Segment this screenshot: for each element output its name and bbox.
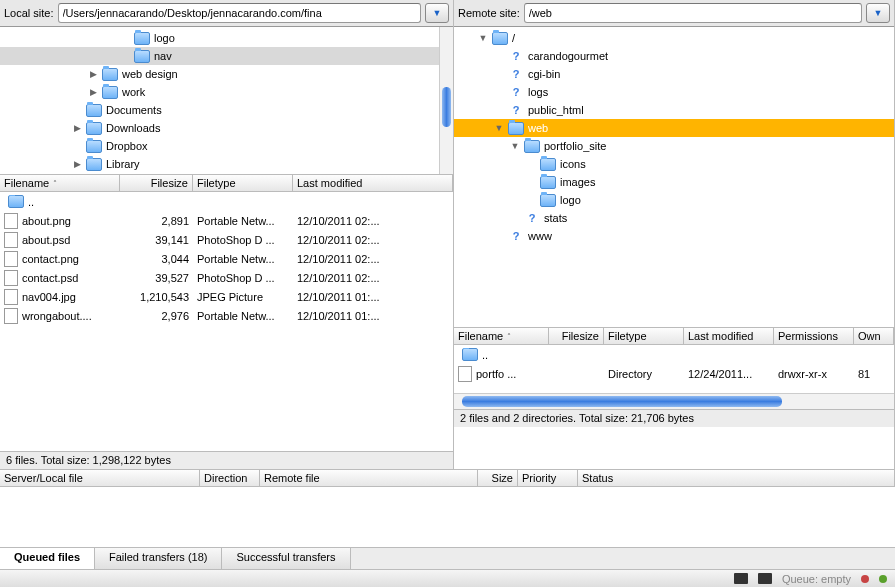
cell-name: contact.psd	[0, 270, 120, 286]
keyboard-icon	[734, 573, 748, 584]
disclosure-arrow-icon[interactable]	[72, 123, 82, 133]
tree-row[interactable]: work	[0, 83, 453, 101]
remote-file-list[interactable]: .. portfo ...Directory12/24/2011...drwxr…	[454, 345, 894, 393]
file-row[interactable]: about.psd39,141PhotoShop D ...12/10/2011…	[0, 230, 453, 249]
disclosure-arrow-icon[interactable]	[88, 87, 98, 97]
col-filename[interactable]: Filename˄	[0, 175, 120, 191]
tree-row[interactable]: logo	[454, 191, 894, 209]
file-row[interactable]: contact.psd39,527PhotoShop D ...12/10/20…	[0, 268, 453, 287]
tree-row[interactable]: ?www	[454, 227, 894, 245]
folder-icon	[540, 194, 556, 207]
remote-columns: Filename˄ Filesize Filetype Last modifie…	[454, 327, 894, 345]
col-permissions[interactable]: Permissions	[774, 328, 854, 344]
status-dot-ok	[879, 575, 887, 583]
col-filesize[interactable]: Filesize	[120, 175, 193, 191]
unknown-folder-icon: ?	[508, 228, 524, 244]
tab-failed[interactable]: Failed transfers (18)	[95, 548, 222, 569]
col-status[interactable]: Status	[578, 470, 895, 486]
tree-row[interactable]: Documents	[0, 101, 453, 119]
cell-name: portfo ...	[454, 366, 549, 382]
cell-size: 2,976	[120, 310, 193, 322]
cell-size: 39,141	[120, 234, 193, 246]
local-tree[interactable]: logonavweb designworkDocumentsDownloadsD…	[0, 27, 453, 174]
tree-row[interactable]: portfolio_site	[454, 137, 894, 155]
col-size[interactable]: Size	[478, 470, 518, 486]
unknown-folder-icon: ?	[508, 66, 524, 82]
file-row[interactable]: wrongabout....2,976Portable Netw...12/10…	[0, 306, 453, 325]
folder-icon	[134, 50, 150, 63]
tab-success[interactable]: Successful transfers	[222, 548, 350, 569]
tree-row[interactable]: web design	[0, 65, 453, 83]
disclosure-arrow-icon[interactable]	[494, 123, 504, 133]
disclosure-arrow-icon[interactable]	[72, 159, 82, 169]
file-icon	[4, 289, 18, 305]
tree-row[interactable]: web	[454, 119, 894, 137]
file-icon	[4, 270, 18, 286]
tree-row[interactable]: /	[454, 29, 894, 47]
col-filetype[interactable]: Filetype	[604, 328, 684, 344]
col-owner[interactable]: Own	[854, 328, 894, 344]
tree-row[interactable]: nav	[0, 47, 453, 65]
tree-row[interactable]: ?stats	[454, 209, 894, 227]
tree-label: /	[512, 32, 515, 44]
disclosure-arrow-icon[interactable]	[478, 33, 488, 43]
tree-row[interactable]: logo	[0, 29, 453, 47]
col-priority[interactable]: Priority	[518, 470, 578, 486]
file-row[interactable]: about.png2,891Portable Netw...12/10/2011…	[0, 211, 453, 230]
local-tree-scrollbar[interactable]	[439, 27, 453, 174]
tree-row[interactable]: ?carandogourmet	[454, 47, 894, 65]
remote-path-input[interactable]	[524, 3, 862, 23]
file-row[interactable]: nav004.jpg1,210,543JPEG Picture12/10/201…	[0, 287, 453, 306]
disclosure-arrow-icon[interactable]	[510, 141, 520, 151]
file-row[interactable]: contact.png3,044Portable Netw...12/10/20…	[0, 249, 453, 268]
tree-label: logo	[154, 32, 175, 44]
cell-name: contact.png	[0, 251, 120, 267]
col-lastmod[interactable]: Last modified	[293, 175, 453, 191]
tree-label: stats	[544, 212, 567, 224]
col-filesize[interactable]: Filesize	[549, 328, 604, 344]
transfer-queue-list[interactable]	[0, 487, 895, 547]
sort-asc-icon: ˄	[507, 332, 511, 341]
tree-label: work	[122, 86, 145, 98]
tree-label: public_html	[528, 104, 584, 116]
col-direction[interactable]: Direction	[200, 470, 260, 486]
tree-row[interactable]: images	[454, 173, 894, 191]
folder-icon	[8, 195, 24, 208]
local-path-dropdown[interactable]: ▼	[425, 3, 449, 23]
local-file-list[interactable]: .. about.png2,891Portable Netw...12/10/2…	[0, 192, 453, 451]
transfer-columns: Server/Local file Direction Remote file …	[0, 469, 895, 487]
queue-status: Queue: empty	[782, 573, 851, 585]
tree-row[interactable]: Library	[0, 155, 453, 173]
col-lastmod[interactable]: Last modified	[684, 328, 774, 344]
parent-dir-row[interactable]: ..	[0, 192, 453, 211]
status-bar: Queue: empty	[0, 569, 895, 587]
cell-name: about.png	[0, 213, 120, 229]
remote-list-hscroll[interactable]	[454, 393, 894, 409]
parent-dir-row[interactable]: ..	[454, 345, 894, 364]
remote-tree[interactable]: /?carandogourmet?cgi-bin?logs?public_htm…	[454, 27, 894, 327]
file-row[interactable]: portfo ...Directory12/24/2011...drwxr-xr…	[454, 364, 894, 383]
tree-row[interactable]: ?public_html	[454, 101, 894, 119]
col-server[interactable]: Server/Local file	[0, 470, 200, 486]
remote-path-dropdown[interactable]: ▼	[866, 3, 890, 23]
cell-mod: 12/10/2011 02:...	[293, 253, 384, 265]
file-icon	[4, 213, 18, 229]
chevron-down-icon: ▼	[874, 8, 883, 18]
local-site-bar: Local site: ▼	[0, 0, 453, 27]
col-filetype[interactable]: Filetype	[193, 175, 293, 191]
tree-row[interactable]: ?cgi-bin	[454, 65, 894, 83]
tab-queued[interactable]: Queued files	[0, 548, 95, 569]
tree-row[interactable]: Dropbox	[0, 137, 453, 155]
disclosure-arrow-icon[interactable]	[88, 69, 98, 79]
col-remote[interactable]: Remote file	[260, 470, 478, 486]
unknown-folder-icon: ?	[508, 84, 524, 100]
unknown-folder-icon: ?	[508, 48, 524, 64]
folder-icon	[86, 104, 102, 117]
chevron-down-icon: ▼	[433, 8, 442, 18]
tree-row[interactable]: ?logs	[454, 83, 894, 101]
tree-label: logo	[560, 194, 581, 206]
col-filename[interactable]: Filename˄	[454, 328, 549, 344]
tree-row[interactable]: icons	[454, 155, 894, 173]
tree-row[interactable]: Downloads	[0, 119, 453, 137]
local-path-input[interactable]	[58, 3, 421, 23]
